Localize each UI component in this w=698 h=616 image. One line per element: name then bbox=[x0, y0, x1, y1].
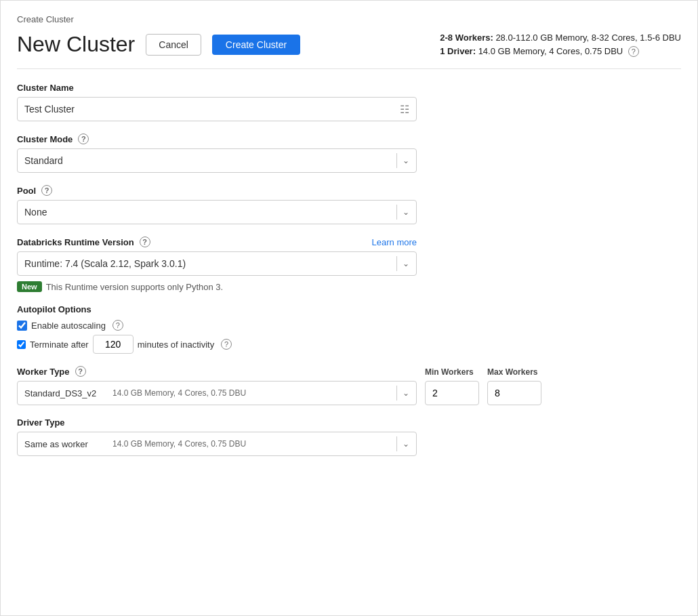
driver-label: 1 Driver: bbox=[440, 46, 476, 56]
learn-more-link[interactable]: Learn more bbox=[372, 237, 417, 247]
pool-help-icon[interactable]: ? bbox=[41, 185, 52, 196]
cluster-info: 2-8 Workers: 28.0-112.0 GB Memory, 8-32 … bbox=[440, 31, 681, 58]
runtime-chevron-icon: ⌄ bbox=[403, 259, 409, 268]
runtime-help-icon[interactable]: ? bbox=[140, 237, 150, 247]
terminate-minutes-input[interactable] bbox=[93, 335, 134, 354]
driver-type-specs: 14.0 GB Memory, 4 Cores, 0.75 DBU bbox=[112, 439, 391, 449]
min-workers-col bbox=[425, 381, 479, 405]
select-divider bbox=[396, 153, 397, 168]
driver-info-help-icon[interactable]: ? bbox=[628, 46, 639, 57]
page-title: Create Cluster bbox=[17, 14, 681, 24]
min-workers-input[interactable] bbox=[425, 381, 479, 405]
autoscaling-help-icon[interactable]: ? bbox=[112, 320, 123, 331]
worker-labels-row: Worker Type ? Min Workers Max Workers bbox=[17, 366, 681, 377]
new-badge: New bbox=[17, 281, 42, 292]
autopilot-section: Autopilot Options Enable autoscaling ? T… bbox=[17, 304, 681, 354]
list-icon: ☷ bbox=[400, 103, 409, 116]
runtime-header: Databricks Runtime Version ? Learn more bbox=[17, 237, 417, 247]
workers-specs: 28.0-112.0 GB Memory, 8-32 Cores, 1.5-6 … bbox=[495, 33, 681, 43]
cluster-mode-label: Cluster Mode ? bbox=[17, 134, 681, 144]
autopilot-label: Autopilot Options bbox=[17, 304, 681, 314]
driver-specs: 14.0 GB Memory, 4 Cores, 0.75 DBU bbox=[478, 46, 623, 56]
runtime-select[interactable]: Runtime: 7.4 (Scala 2.12, Spark 3.0.1) ⌄ bbox=[17, 251, 417, 276]
runtime-select-wrapper: Runtime: 7.4 (Scala 2.12, Spark 3.0.1) ⌄ bbox=[17, 251, 681, 276]
runtime-note: New This Runtime version supports only P… bbox=[17, 281, 681, 292]
pool-section: Pool ? None ⌄ bbox=[17, 185, 681, 224]
min-max-labels: Min Workers Max Workers bbox=[425, 366, 541, 377]
cancel-button[interactable]: Cancel bbox=[146, 34, 201, 56]
header-row: New Cluster Cancel Create Cluster 2-8 Wo… bbox=[17, 31, 681, 69]
runtime-label: Databricks Runtime Version ? bbox=[17, 237, 372, 247]
workers-label: 2-8 Workers: bbox=[440, 33, 493, 43]
driver-type-select[interactable]: Same as worker 14.0 GB Memory, 4 Cores, … bbox=[17, 432, 417, 456]
pool-chevron-icon: ⌄ bbox=[403, 207, 409, 217]
cluster-name-heading: New Cluster bbox=[17, 32, 135, 57]
autoscaling-row: Enable autoscaling ? bbox=[17, 320, 681, 331]
pool-label: Pool ? bbox=[17, 185, 681, 196]
create-cluster-button[interactable]: Create Cluster bbox=[212, 35, 300, 55]
terminate-checkbox[interactable] bbox=[17, 340, 26, 349]
terminate-row: Terminate after minutes of inactivity ? bbox=[17, 335, 681, 354]
worker-type-name: Standard_DS3_v2 bbox=[24, 388, 112, 398]
max-workers-input[interactable] bbox=[487, 381, 541, 405]
worker-chevron-icon: ⌄ bbox=[403, 388, 409, 398]
runtime-note-text: This Runtime version supports only Pytho… bbox=[46, 282, 224, 292]
cluster-mode-value: Standard bbox=[24, 155, 391, 166]
pool-select-divider bbox=[396, 205, 397, 220]
runtime-value: Runtime: 7.4 (Scala 2.12, Spark 3.0.1) bbox=[24, 258, 391, 269]
worker-select-divider bbox=[396, 386, 397, 401]
worker-type-help-icon[interactable]: ? bbox=[75, 366, 86, 377]
max-workers-col bbox=[487, 381, 541, 405]
cluster-mode-section: Cluster Mode ? Standard ⌄ bbox=[17, 134, 681, 173]
chevron-down-icon: ⌄ bbox=[403, 156, 409, 165]
terminate-help-icon[interactable]: ? bbox=[221, 339, 232, 350]
enable-autoscaling-label: Enable autoscaling bbox=[31, 321, 106, 331]
cluster-mode-select[interactable]: Standard ⌄ bbox=[17, 148, 417, 173]
driver-type-name: Same as worker bbox=[24, 439, 112, 449]
min-workers-col-label: Min Workers bbox=[425, 366, 479, 377]
worker-type-section: Worker Type ? Min Workers Max Workers St… bbox=[17, 366, 681, 405]
driver-type-label: Driver Type bbox=[17, 417, 681, 428]
worker-type-specs: 14.0 GB Memory, 4 Cores, 0.75 DBU bbox=[112, 388, 391, 398]
cluster-name-label: Cluster Name bbox=[17, 83, 681, 93]
runtime-select-divider bbox=[396, 256, 397, 271]
terminate-prefix: Terminate after bbox=[30, 340, 89, 350]
driver-chevron-icon: ⌄ bbox=[403, 439, 409, 449]
enable-autoscaling-checkbox[interactable] bbox=[17, 321, 27, 331]
cluster-name-section: Cluster Name ☷ bbox=[17, 83, 681, 121]
driver-type-section: Driver Type Same as worker 14.0 GB Memor… bbox=[17, 417, 681, 456]
worker-type-label: Worker Type ? bbox=[17, 366, 417, 377]
terminate-suffix: minutes of inactivity bbox=[138, 340, 214, 350]
cluster-name-input-wrapper: ☷ bbox=[17, 97, 417, 121]
cluster-mode-help-icon[interactable]: ? bbox=[78, 134, 89, 144]
cluster-name-input[interactable] bbox=[24, 104, 400, 115]
worker-type-select[interactable]: Standard_DS3_v2 14.0 GB Memory, 4 Cores,… bbox=[17, 381, 417, 405]
worker-row: Standard_DS3_v2 14.0 GB Memory, 4 Cores,… bbox=[17, 381, 681, 405]
runtime-section: Databricks Runtime Version ? Learn more … bbox=[17, 237, 681, 292]
pool-value: None bbox=[24, 207, 391, 218]
pool-select[interactable]: None ⌄ bbox=[17, 200, 417, 224]
driver-select-divider bbox=[396, 436, 397, 451]
max-workers-col-label: Max Workers bbox=[487, 366, 541, 377]
